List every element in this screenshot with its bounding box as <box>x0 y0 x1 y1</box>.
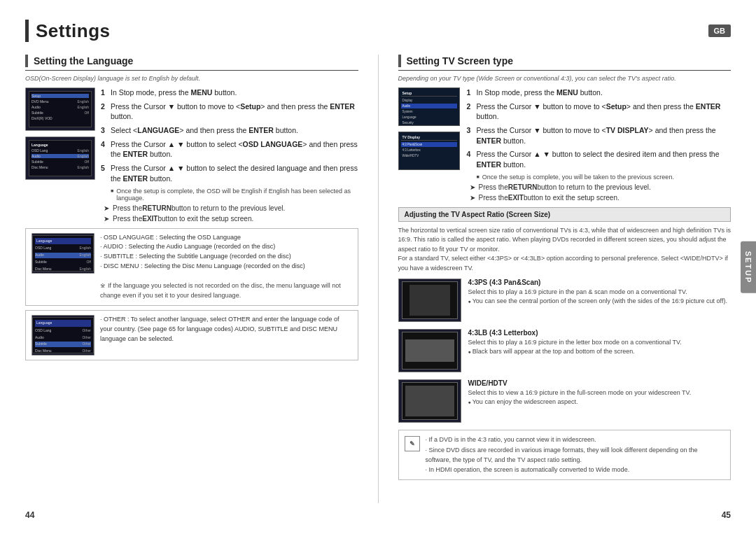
r2-menu-3: Wide/HDTV <box>401 153 457 158</box>
ib2-r4: Subtitle Other <box>35 342 91 347</box>
left-steps-list: 1 In Stop mode, press the MENU button. 2… <box>101 87 358 223</box>
info-box-screen-1: Language OSD Lang English Audio English … <box>31 233 94 274</box>
info-box-2-text: · OTHER : To select another language, se… <box>100 315 352 344</box>
aspect-item-wide: WIDE/HDTV Select this to view a 16:9 pic… <box>398 379 732 423</box>
left-screen-2-inner: Language OSD Lang English Audio English <box>29 140 92 176</box>
screen-row-4: Subtitle Off <box>31 111 89 115</box>
screen-row-1: Setup <box>31 94 89 98</box>
aspect-desc-43ps: Select this to play a 16:9 picture in th… <box>468 288 732 305</box>
r-step-2: 2 Press the Cursor ▼ button to move to <… <box>467 101 732 122</box>
aspect-desc-wide: Select this to view a 16:9 picture in th… <box>468 388 732 406</box>
left-arrow-1: Press the RETURN button to return to the… <box>104 204 358 212</box>
page-num-right: 45 <box>722 510 731 520</box>
screen2-row-2: OSD Lang English <box>31 148 89 153</box>
left-info-box-1: Language OSD Lang English Audio English … <box>25 228 358 307</box>
left-section-header: Setting the Language <box>25 55 358 71</box>
aspect-title-43ps: 4:3PS (4:3 Pan&Scan) <box>468 279 732 286</box>
info-box-1-text: · OSD LANGUAGE : Selecting the OSD Langu… <box>100 233 352 302</box>
step-5: 5 Press the Cursor ▲ ▼ button to select … <box>101 163 358 183</box>
screen2-row-1: Language <box>31 143 89 147</box>
screen2-row-5: Disc Menu English <box>31 165 89 169</box>
note-text: · If a DVD is in the 4:3 ratio, you cann… <box>426 435 725 475</box>
left-subtitle: OSD(On-Screen Display) language is set t… <box>25 75 358 82</box>
adjust-section-title: Adjusting the TV Aspect Ratio (Screen Si… <box>398 207 732 222</box>
aspect-title-wide: WIDE/HDTV <box>468 379 732 387</box>
r-menu-1: Display <box>401 98 457 103</box>
section-bar-right <box>398 55 401 67</box>
right-section-header: Setting TV Screen type <box>398 55 732 71</box>
right-screenshots: Setup Display Audio System Language Secu… <box>398 87 461 202</box>
r-menu-2: Audio <box>401 104 457 108</box>
aspect-img-wide <box>398 379 461 423</box>
tv-wide-inner <box>405 386 454 416</box>
r-step-3: 3 Press the Cursor ▼ button to move to <… <box>467 125 732 146</box>
left-note-bullet: Once the setup is complete, the OSD will… <box>111 188 358 202</box>
tv-43lb-inner <box>405 339 454 362</box>
r-menu-3: System <box>401 109 457 114</box>
step-2: 2 Press the Cursor ▼ button to move to <… <box>101 101 358 122</box>
r2-menu-1: 4:3 Pan&Scan <box>401 142 457 147</box>
aspect-item-43ps: 4:3PS (4:3 Pan&Scan) Select this to play… <box>398 279 732 322</box>
ib1-r1: Language <box>35 238 91 245</box>
section-bar-left <box>25 55 28 67</box>
ib1-r4: Subtitle Off <box>35 260 91 265</box>
step-1: 1 In Stop mode, press the MENU button. <box>101 87 358 98</box>
left-section-title: Setting the Language <box>34 55 133 66</box>
ib1-r2: OSD Lang English <box>35 246 91 251</box>
right-note-bullet: Once the setup is complete, you will be … <box>477 174 732 181</box>
screen2-row-3: Audio English <box>31 154 89 158</box>
ib1-r3: Audio English <box>35 253 91 258</box>
adjust-desc: The horizontal to vertical screen size r… <box>398 226 732 274</box>
screen-row-2: DVD Menu English <box>31 99 89 104</box>
tv-43ps-shape <box>402 281 458 319</box>
left-arrow-2: Press the EXIT button to exit the setup … <box>104 215 358 223</box>
r2-menu-2: 4:3 Letterbox <box>401 148 457 153</box>
aspect-info-43ps: 4:3PS (4:3 Pan&Scan) Select this to play… <box>468 279 732 305</box>
right-screen-2: TV Display 4:3 Pan&Scan 4:3 Letterbox Wi… <box>398 132 460 170</box>
info-box-screen-2: Language OSD Lang Other Audio Other Subt… <box>31 315 94 356</box>
right-arrow-1: Press the RETURN button to return to the… <box>470 183 732 191</box>
left-screenshots: Setup DVD Menu English Audio English <box>25 87 95 223</box>
page-num-left: 44 <box>25 510 34 520</box>
r-step-4: 4 Press the Cursor ▲ ▼ button to select … <box>467 149 732 169</box>
aspect-info-wide: WIDE/HDTV Select this to view a 16:9 pic… <box>468 379 732 406</box>
step-4: 4 Press the Cursor ▲ ▼ button to select … <box>101 139 358 160</box>
left-screen-1-inner: Setup DVD Menu English Audio English <box>29 91 92 127</box>
r2-menu-title: TV Display <box>401 134 457 141</box>
r-menu-4: Language <box>401 115 457 120</box>
title-row: Settings GB <box>25 20 731 42</box>
tv-43ps-inner <box>410 285 450 316</box>
page-container: Settings GB Setting the Language OSD(On-… <box>0 0 756 534</box>
right-subtitle: Depending on your TV type (Wide Screen o… <box>398 75 732 82</box>
tv-wide-shape <box>402 382 458 420</box>
page-numbers: 44 45 <box>25 510 731 520</box>
left-steps-area: Setup DVD Menu English Audio English <box>25 87 358 223</box>
ib2-r5: Disc Menu Other <box>35 349 91 354</box>
left-screen-2: Language OSD Lang English Audio English <box>25 136 95 180</box>
r-step-1: 1 In Stop mode, press the MENU button. <box>467 87 732 98</box>
tv-43lb-shape <box>402 332 458 370</box>
note-icon: ✎ <box>405 436 420 451</box>
r-menu-5: Security <box>401 120 457 125</box>
right-column: Setting TV Screen type Depending on your… <box>379 55 732 503</box>
screen2-row-4: Subtitle Off <box>31 160 89 164</box>
page-title: Settings <box>36 20 111 42</box>
ib2-r2: OSD Lang Other <box>35 328 91 334</box>
right-steps-list: 1 In Stop mode, press the MENU button. 2… <box>467 87 732 202</box>
ib1-r5: Disc Menu English <box>35 267 91 272</box>
r-menu-title: Setup <box>401 90 457 97</box>
step-3: 3 Select <LANGUAGE> and then press the E… <box>101 125 358 136</box>
info-box-screen-1-inner: Language OSD Lang English Audio English … <box>32 235 94 272</box>
gb-badge: GB <box>708 24 732 37</box>
right-arrow-2: Press the EXIT button to exit the setup … <box>470 194 732 202</box>
aspect-item-43lb: 4:3LB (4:3 Letterbox) Select this to pla… <box>398 329 732 372</box>
title-bar-decoration <box>25 20 29 42</box>
screen-row-5: DivX(R) VOD <box>31 116 89 120</box>
content-row: Setting the Language OSD(On-Screen Displ… <box>25 55 731 503</box>
aspect-img-43lb <box>398 329 461 372</box>
bottom-note: ✎ · If a DVD is in the 4:3 ratio, you ca… <box>398 430 732 480</box>
left-info-box-2: Language OSD Lang Other Audio Other Subt… <box>25 310 358 360</box>
aspect-title-43lb: 4:3LB (4:3 Letterbox) <box>468 329 732 337</box>
setup-tab: SETUP <box>741 241 756 293</box>
aspect-desc-43lb: Select this to play a 16:9 picture in th… <box>468 338 732 356</box>
